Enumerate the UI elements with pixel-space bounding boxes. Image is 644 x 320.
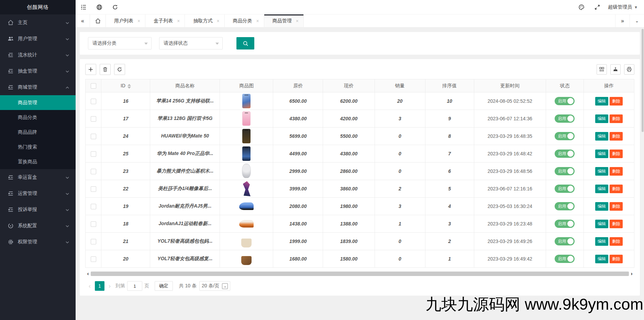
- refresh-page-button[interactable]: [107, 0, 123, 14]
- row-checkbox[interactable]: [91, 204, 96, 209]
- product-image[interactable]: [242, 164, 251, 178]
- sidebar-subitem[interactable]: 置换商品: [0, 154, 76, 169]
- edit-button[interactable]: 编辑: [595, 132, 608, 141]
- tabs-menu-button[interactable]: ⌄: [630, 14, 644, 27]
- search-button[interactable]: [236, 37, 254, 49]
- sidebar-item[interactable]: 运营管理: [0, 185, 76, 201]
- confirm-page-button[interactable]: 确定: [155, 281, 173, 291]
- sidebar-item[interactable]: 权限管理: [0, 234, 76, 250]
- row-checkbox[interactable]: [91, 256, 96, 262]
- row-checkbox[interactable]: [91, 169, 96, 174]
- delete-button[interactable]: 删除: [610, 255, 623, 263]
- sidebar-item[interactable]: 商城管理: [0, 79, 76, 95]
- status-toggle[interactable]: 启用: [555, 132, 575, 140]
- row-checkbox[interactable]: [91, 99, 96, 104]
- prev-page-button[interactable]: ‹: [86, 283, 93, 290]
- tab-close-icon[interactable]: ×: [216, 18, 219, 24]
- select-all-checkbox[interactable]: [91, 83, 96, 89]
- sidebar-item[interactable]: 流水统计: [0, 47, 76, 63]
- page-size-select[interactable]: 20 条/页 ⌄: [199, 281, 230, 291]
- current-page[interactable]: 1: [95, 281, 104, 291]
- tab-close-icon[interactable]: ×: [296, 18, 299, 24]
- sidebar-subitem[interactable]: 商品品牌: [0, 125, 76, 140]
- row-checkbox[interactable]: [91, 151, 96, 157]
- delete-button[interactable]: 删除: [610, 132, 623, 141]
- product-image[interactable]: [241, 256, 252, 265]
- delete-button[interactable]: 删除: [610, 220, 623, 228]
- collapse-sidebar-button[interactable]: [76, 0, 91, 14]
- category-select[interactable]: 请选择分类: [88, 37, 152, 49]
- sidebar-subitem[interactable]: 热门搜索: [0, 140, 76, 154]
- edit-button[interactable]: 编辑: [595, 220, 608, 228]
- theme-button[interactable]: [574, 0, 589, 14]
- edit-button[interactable]: 编辑: [595, 237, 608, 246]
- print-button[interactable]: [624, 64, 634, 75]
- tab[interactable]: 抽取方式×: [185, 14, 224, 27]
- tabs-scroll-left-button[interactable]: «: [76, 14, 90, 27]
- sort-icon[interactable]: [127, 84, 131, 89]
- row-checkbox[interactable]: [91, 134, 96, 139]
- delete-button[interactable]: 删除: [610, 97, 623, 106]
- status-toggle[interactable]: 启用: [555, 202, 575, 210]
- tab-close-icon[interactable]: ×: [256, 18, 259, 24]
- goto-page-input[interactable]: [127, 281, 142, 291]
- add-button[interactable]: [85, 64, 96, 75]
- sidebar-item[interactable]: 用户管理: [0, 31, 76, 47]
- delete-button[interactable]: 删除: [610, 237, 623, 246]
- edit-button[interactable]: 编辑: [595, 97, 608, 106]
- sidebar-item[interactable]: 幸运盲盒: [0, 169, 76, 185]
- language-button[interactable]: [91, 0, 107, 14]
- status-toggle[interactable]: 启用: [555, 114, 575, 123]
- tab[interactable]: 商品分类×: [225, 14, 264, 27]
- sidebar-item[interactable]: 投诉举报: [0, 201, 76, 218]
- row-checkbox[interactable]: [91, 239, 96, 244]
- tab-close-icon[interactable]: ×: [137, 18, 140, 24]
- edit-button[interactable]: 编辑: [595, 255, 608, 263]
- status-toggle[interactable]: 启用: [555, 97, 575, 105]
- row-checkbox[interactable]: [91, 221, 96, 227]
- sidebar-subitem[interactable]: 商品分类: [0, 110, 76, 125]
- product-image[interactable]: [242, 111, 251, 126]
- edit-button[interactable]: 编辑: [595, 185, 608, 193]
- product-image[interactable]: [242, 129, 251, 143]
- vertical-scrollbar[interactable]: [641, 27, 644, 320]
- fullscreen-button[interactable]: [589, 0, 605, 14]
- sidebar-item[interactable]: 系统配置: [0, 218, 76, 234]
- sidebar-subitem-active[interactable]: 商品管理: [0, 95, 76, 110]
- delete-button[interactable]: 删除: [610, 202, 623, 211]
- status-toggle[interactable]: 启用: [555, 255, 575, 263]
- delete-button[interactable]: 删除: [610, 150, 623, 158]
- delete-button[interactable]: 删除: [610, 114, 623, 123]
- sidebar-item[interactable]: 主页: [0, 14, 76, 31]
- tab[interactable]: 用户列表×: [106, 14, 145, 27]
- columns-filter-button[interactable]: [597, 64, 607, 75]
- status-toggle[interactable]: 启用: [555, 237, 575, 245]
- next-page-button[interactable]: ›: [106, 283, 113, 290]
- status-toggle[interactable]: 启用: [555, 150, 575, 158]
- tab-close-icon[interactable]: ×: [177, 18, 180, 24]
- status-toggle[interactable]: 启用: [555, 167, 575, 175]
- edit-button[interactable]: 编辑: [595, 167, 608, 176]
- batch-delete-button[interactable]: [100, 64, 111, 75]
- edit-button[interactable]: 编辑: [595, 114, 608, 123]
- scrollbar-thumb[interactable]: [91, 272, 629, 276]
- status-toggle[interactable]: 启用: [555, 220, 575, 228]
- export-button[interactable]: [610, 64, 621, 75]
- scroll-left-arrow[interactable]: ‹: [85, 271, 91, 276]
- tab-active[interactable]: 商品管理×: [264, 14, 304, 27]
- product-image[interactable]: [239, 220, 254, 228]
- product-image[interactable]: [242, 146, 251, 161]
- delete-button[interactable]: 删除: [610, 167, 623, 176]
- row-checkbox[interactable]: [91, 186, 96, 192]
- sidebar-item[interactable]: 抽盒管理: [0, 63, 76, 79]
- user-menu[interactable]: 超级管理员 ▼: [605, 4, 644, 10]
- status-select[interactable]: 请选择状态: [159, 37, 223, 49]
- edit-button[interactable]: 编辑: [595, 150, 608, 158]
- edit-button[interactable]: 编辑: [595, 202, 608, 211]
- product-image[interactable]: [241, 239, 252, 247]
- product-image[interactable]: [242, 181, 251, 196]
- tab-home[interactable]: [90, 14, 106, 27]
- status-toggle[interactable]: 启用: [555, 185, 575, 193]
- product-image[interactable]: [239, 202, 254, 210]
- tabs-scroll-right-button[interactable]: »: [615, 14, 630, 27]
